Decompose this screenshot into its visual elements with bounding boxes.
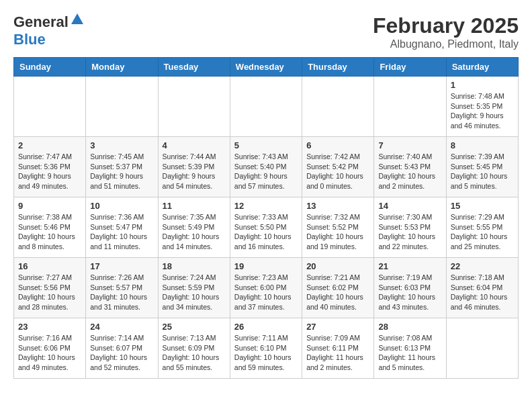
day-cell-20: 20Sunrise: 7:21 AM Sunset: 6:02 PM Dayli… <box>302 258 374 318</box>
day-content: Sunrise: 7:14 AM Sunset: 6:07 PM Dayligh… <box>90 333 153 373</box>
day-number: 11 <box>163 201 226 211</box>
day-cell-3: 3Sunrise: 7:45 AM Sunset: 5:37 PM Daylig… <box>86 137 158 197</box>
day-cell-28: 28Sunrise: 7:08 AM Sunset: 6:13 PM Dayli… <box>374 318 446 379</box>
day-number: 12 <box>234 201 298 211</box>
weekday-wednesday: Wednesday <box>230 58 302 77</box>
day-cell-11: 11Sunrise: 7:35 AM Sunset: 5:49 PM Dayli… <box>158 197 230 258</box>
day-number: 24 <box>90 322 153 332</box>
day-number: 4 <box>163 140 226 150</box>
main-title: February 2025 <box>373 13 519 38</box>
day-number: 23 <box>18 322 81 332</box>
day-content: Sunrise: 7:47 AM Sunset: 5:36 PM Dayligh… <box>18 152 81 191</box>
day-content: Sunrise: 7:48 AM Sunset: 5:35 PM Dayligh… <box>451 91 514 131</box>
day-cell-5: 5Sunrise: 7:43 AM Sunset: 5:40 PM Daylig… <box>230 137 302 197</box>
day-cell-23: 23Sunrise: 7:16 AM Sunset: 6:06 PM Dayli… <box>14 318 86 379</box>
day-content: Sunrise: 7:43 AM Sunset: 5:40 PM Dayligh… <box>234 152 298 191</box>
day-content: Sunrise: 7:30 AM Sunset: 5:53 PM Dayligh… <box>378 212 441 252</box>
day-number: 18 <box>163 261 226 271</box>
day-number: 28 <box>378 322 441 332</box>
day-content: Sunrise: 7:16 AM Sunset: 6:06 PM Dayligh… <box>18 333 81 373</box>
week-row-2: 2Sunrise: 7:47 AM Sunset: 5:36 PM Daylig… <box>14 137 519 197</box>
weekday-sunday: Sunday <box>14 58 86 77</box>
empty-cell <box>446 318 518 379</box>
page-container: General Blue February 2025 Albugnano, Pi… <box>13 13 519 379</box>
weekday-saturday: Saturday <box>446 58 518 77</box>
day-cell-10: 10Sunrise: 7:36 AM Sunset: 5:47 PM Dayli… <box>86 197 158 258</box>
week-row-3: 9Sunrise: 7:38 AM Sunset: 5:46 PM Daylig… <box>14 197 519 258</box>
svg-marker-0 <box>71 13 83 24</box>
day-number: 1 <box>451 80 514 90</box>
empty-cell <box>14 77 86 137</box>
weekday-tuesday: Tuesday <box>158 58 230 77</box>
day-content: Sunrise: 7:45 AM Sunset: 5:37 PM Dayligh… <box>90 152 153 191</box>
day-content: Sunrise: 7:40 AM Sunset: 5:43 PM Dayligh… <box>378 152 441 191</box>
empty-cell <box>158 77 230 137</box>
day-number: 13 <box>306 201 369 211</box>
day-content: Sunrise: 7:11 AM Sunset: 6:10 PM Dayligh… <box>234 333 298 373</box>
weekday-monday: Monday <box>86 58 158 77</box>
day-content: Sunrise: 7:26 AM Sunset: 5:57 PM Dayligh… <box>90 273 153 312</box>
day-content: Sunrise: 7:18 AM Sunset: 6:04 PM Dayligh… <box>451 273 514 312</box>
day-cell-19: 19Sunrise: 7:23 AM Sunset: 6:00 PM Dayli… <box>230 258 302 318</box>
day-number: 9 <box>18 201 81 211</box>
day-number: 6 <box>306 140 369 150</box>
day-number: 14 <box>378 201 441 211</box>
day-cell-18: 18Sunrise: 7:24 AM Sunset: 5:59 PM Dayli… <box>158 258 230 318</box>
day-content: Sunrise: 7:39 AM Sunset: 5:45 PM Dayligh… <box>451 152 514 191</box>
day-number: 15 <box>451 201 514 211</box>
weekday-thursday: Thursday <box>302 58 374 77</box>
day-content: Sunrise: 7:21 AM Sunset: 6:02 PM Dayligh… <box>306 273 369 312</box>
day-cell-9: 9Sunrise: 7:38 AM Sunset: 5:46 PM Daylig… <box>14 197 86 258</box>
week-row-1: 1Sunrise: 7:48 AM Sunset: 5:35 PM Daylig… <box>14 77 519 137</box>
empty-cell <box>230 77 302 137</box>
day-content: Sunrise: 7:23 AM Sunset: 6:00 PM Dayligh… <box>234 273 298 312</box>
empty-cell <box>86 77 158 137</box>
day-number: 26 <box>234 322 298 332</box>
logo-icon <box>70 12 85 27</box>
day-number: 10 <box>90 201 153 211</box>
header: General Blue February 2025 Albugnano, Pi… <box>13 13 519 50</box>
day-number: 20 <box>306 261 369 271</box>
day-cell-2: 2Sunrise: 7:47 AM Sunset: 5:36 PM Daylig… <box>14 137 86 197</box>
day-content: Sunrise: 7:27 AM Sunset: 5:56 PM Dayligh… <box>18 273 81 312</box>
day-content: Sunrise: 7:44 AM Sunset: 5:39 PM Dayligh… <box>163 152 226 191</box>
weekday-header-row: SundayMondayTuesdayWednesdayThursdayFrid… <box>14 58 519 77</box>
day-content: Sunrise: 7:38 AM Sunset: 5:46 PM Dayligh… <box>18 212 81 252</box>
day-content: Sunrise: 7:36 AM Sunset: 5:47 PM Dayligh… <box>90 212 153 252</box>
day-cell-12: 12Sunrise: 7:33 AM Sunset: 5:50 PM Dayli… <box>230 197 302 258</box>
day-number: 7 <box>378 140 441 150</box>
logo-blue: Blue <box>13 31 46 48</box>
day-content: Sunrise: 7:19 AM Sunset: 6:03 PM Dayligh… <box>378 273 441 312</box>
day-content: Sunrise: 7:09 AM Sunset: 6:11 PM Dayligh… <box>306 333 369 373</box>
day-number: 25 <box>163 322 226 332</box>
title-area: February 2025 Albugnano, Piedmont, Italy <box>373 13 519 50</box>
day-cell-21: 21Sunrise: 7:19 AM Sunset: 6:03 PM Dayli… <box>374 258 446 318</box>
logo: General Blue <box>13 13 85 48</box>
day-number: 2 <box>18 140 81 150</box>
day-cell-6: 6Sunrise: 7:42 AM Sunset: 5:42 PM Daylig… <box>302 137 374 197</box>
day-cell-25: 25Sunrise: 7:13 AM Sunset: 6:09 PM Dayli… <box>158 318 230 379</box>
day-cell-22: 22Sunrise: 7:18 AM Sunset: 6:04 PM Dayli… <box>446 258 518 318</box>
day-cell-7: 7Sunrise: 7:40 AM Sunset: 5:43 PM Daylig… <box>374 137 446 197</box>
calendar-table: SundayMondayTuesdayWednesdayThursdayFrid… <box>13 57 519 379</box>
logo-general: General <box>13 13 69 31</box>
day-cell-15: 15Sunrise: 7:29 AM Sunset: 5:55 PM Dayli… <box>446 197 518 258</box>
day-number: 5 <box>234 140 298 150</box>
day-content: Sunrise: 7:13 AM Sunset: 6:09 PM Dayligh… <box>163 333 226 373</box>
day-content: Sunrise: 7:32 AM Sunset: 5:52 PM Dayligh… <box>306 212 369 252</box>
day-number: 21 <box>378 261 441 271</box>
day-content: Sunrise: 7:33 AM Sunset: 5:50 PM Dayligh… <box>234 212 298 252</box>
day-number: 8 <box>451 140 514 150</box>
weekday-friday: Friday <box>374 58 446 77</box>
day-cell-26: 26Sunrise: 7:11 AM Sunset: 6:10 PM Dayli… <box>230 318 302 379</box>
day-cell-16: 16Sunrise: 7:27 AM Sunset: 5:56 PM Dayli… <box>14 258 86 318</box>
day-cell-4: 4Sunrise: 7:44 AM Sunset: 5:39 PM Daylig… <box>158 137 230 197</box>
day-number: 27 <box>306 322 369 332</box>
empty-cell <box>302 77 374 137</box>
subtitle: Albugnano, Piedmont, Italy <box>373 38 519 50</box>
day-cell-13: 13Sunrise: 7:32 AM Sunset: 5:52 PM Dayli… <box>302 197 374 258</box>
day-number: 19 <box>234 261 298 271</box>
day-number: 3 <box>90 140 153 150</box>
day-cell-8: 8Sunrise: 7:39 AM Sunset: 5:45 PM Daylig… <box>446 137 518 197</box>
day-content: Sunrise: 7:08 AM Sunset: 6:13 PM Dayligh… <box>378 333 441 373</box>
